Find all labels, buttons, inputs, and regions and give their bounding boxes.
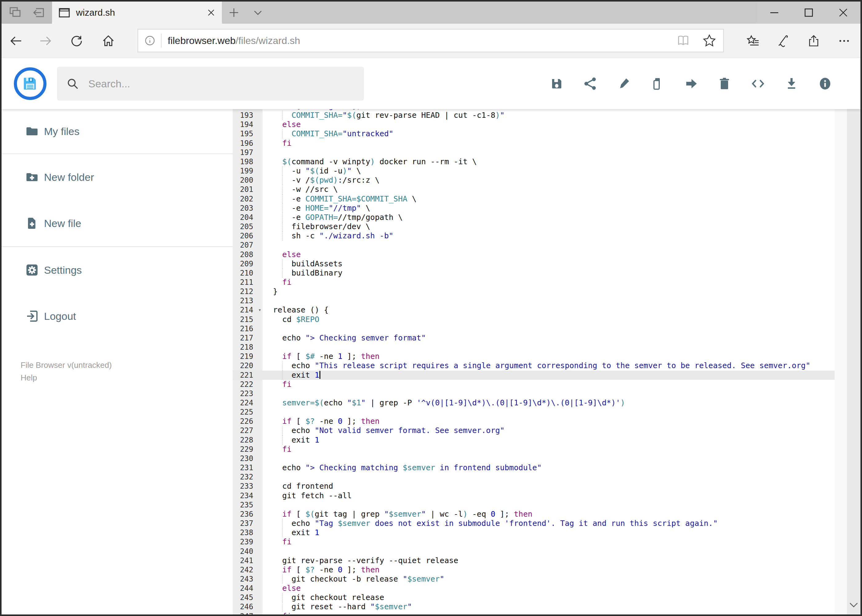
filebrowser-logo[interactable] — [14, 68, 46, 100]
fold-arrow-icon[interactable]: ▾ — [258, 305, 261, 314]
code-line[interactable]: git fetch --all — [263, 491, 835, 500]
help-link[interactable]: Help — [20, 371, 233, 384]
code-line[interactable]: -e COMMIT_SHA=$COMMIT_SHA \ — [263, 194, 835, 204]
code-line[interactable]: fi — [263, 537, 835, 547]
save-button[interactable] — [550, 77, 564, 91]
code-line[interactable]: } — [263, 287, 835, 296]
code-line[interactable]: COMMIT_SHA="$(git rev-parse HEAD | cut -… — [263, 111, 835, 120]
copy-button[interactable] — [650, 77, 664, 91]
scroll-down-icon[interactable] — [847, 597, 860, 613]
code-line[interactable]: buildBinary — [263, 269, 835, 278]
code-line[interactable]: if [ $? -ne 0 ]; then — [263, 417, 835, 426]
code-line[interactable]: -e GOPATH=//tmp/gopath \ — [263, 213, 835, 222]
code-line[interactable] — [263, 343, 835, 352]
close-button[interactable] — [826, 2, 860, 24]
code-line[interactable]: semver=$(echo "$1" | grep -P '^v(0|[1-9]… — [263, 398, 835, 407]
maximize-button[interactable] — [791, 2, 826, 24]
search-box[interactable] — [57, 67, 364, 101]
reading-view-icon[interactable] — [676, 34, 690, 47]
delete-button[interactable] — [717, 77, 731, 91]
info-button[interactable] — [818, 77, 832, 91]
editor-scrollbar-track[interactable] — [835, 109, 847, 614]
code-line[interactable] — [263, 296, 835, 305]
tab-close-icon[interactable] — [206, 8, 216, 17]
sidebar-item-new-file[interactable]: New file — [2, 200, 233, 246]
forward-button[interactable] — [39, 34, 53, 48]
add-favorite-star-icon[interactable] — [702, 33, 717, 48]
web-notes-pen-button[interactable] — [777, 34, 790, 48]
code-line[interactable]: exit 1 — [263, 435, 835, 445]
tab-list-dropdown[interactable] — [246, 2, 270, 24]
code-line[interactable]: cd frontend — [263, 482, 835, 491]
code-line[interactable]: git reset --hard "$semver" — [263, 602, 835, 611]
minimize-button[interactable] — [757, 2, 791, 24]
code-line[interactable]: buildAssets — [263, 259, 835, 269]
filebrowser-header — [2, 58, 860, 109]
code-line[interactable]: cd $REPO — [263, 315, 835, 324]
code-line[interactable] — [263, 407, 835, 417]
code-line[interactable]: if [ $# -ne 1 ]; then — [263, 352, 835, 361]
code-line[interactable]: fi — [263, 278, 835, 287]
code-line[interactable] — [263, 454, 835, 463]
share-button[interactable] — [583, 77, 597, 91]
code-line[interactable]: echo "Tag $semver does not exist in subm… — [263, 519, 835, 528]
code-line[interactable]: if [ $? -ne 0 ]; then — [263, 565, 835, 575]
code-line[interactable] — [263, 324, 835, 333]
move-button[interactable] — [684, 77, 698, 91]
code-line[interactable]: else — [263, 584, 835, 593]
code-line[interactable]: COMMIT_SHA="untracked" — [263, 129, 835, 138]
code-line[interactable]: git checkout -b release "$semver" — [263, 575, 835, 584]
address-bar[interactable]: filebrowser.web/files/wizard.sh — [137, 29, 724, 52]
code-line[interactable] — [263, 148, 835, 157]
back-button[interactable] — [9, 34, 22, 48]
code-line[interactable]: fi — [263, 445, 835, 454]
code-line[interactable]: git checkout release — [263, 593, 835, 602]
code-view-button[interactable] — [751, 77, 765, 91]
code-line[interactable]: fi — [263, 380, 835, 389]
code-line[interactable]: echo "> Checking semver format" — [263, 333, 835, 343]
edit-button[interactable] — [617, 77, 631, 91]
code-line[interactable]: $(command -v winpty) docker run --rm -it… — [263, 157, 835, 167]
code-line[interactable]: else — [263, 250, 835, 259]
search-input[interactable] — [88, 77, 355, 90]
more-options-button[interactable] — [837, 34, 851, 48]
code-line[interactable]: -v /$(pwd):/src:z \ — [263, 176, 835, 185]
tab-preview-button[interactable] — [7, 5, 23, 20]
code-line[interactable]: echo "Not valid semver format. See semve… — [263, 426, 835, 435]
code-line[interactable]: sh -c "./wizard.sh -b" — [263, 231, 835, 240]
favorites-hub-button[interactable] — [746, 34, 760, 48]
code-editor[interactable]: 192 if [ -d ".git" ]; then193 COMMIT_SHA… — [233, 109, 835, 614]
code-line[interactable] — [263, 389, 835, 398]
refresh-button[interactable] — [70, 34, 84, 48]
code-line[interactable] — [263, 240, 835, 250]
code-line[interactable]: filebrowser/dev \ — [263, 222, 835, 231]
browser-tab-wizard-sh[interactable]: wizard.sh — [52, 2, 222, 24]
code-line[interactable]: release () { — [263, 305, 835, 314]
download-button[interactable] — [785, 77, 799, 91]
new-tab-button[interactable] — [222, 2, 246, 24]
sidebar-item-new-folder[interactable]: New folder — [2, 154, 233, 200]
code-line[interactable]: fi — [263, 139, 835, 148]
code-line[interactable]: if [ $(git tag | grep "$semver" | wc -l)… — [263, 509, 835, 519]
code-line[interactable]: echo "> Checking matching $semver in fro… — [263, 463, 835, 472]
code-line[interactable]: git rev-parse --verify --quiet release — [263, 556, 835, 565]
code-line[interactable] — [263, 547, 835, 556]
code-line[interactable]: -w //src \ — [263, 185, 835, 194]
share-page-button[interactable] — [807, 34, 821, 48]
code-line[interactable] — [263, 472, 835, 482]
sidebar-item-my-files[interactable]: My files — [2, 109, 233, 154]
set-aside-tabs-button[interactable] — [30, 5, 46, 20]
site-info-icon[interactable] — [144, 35, 156, 47]
code-line[interactable]: exit 1 — [263, 528, 835, 537]
code-line[interactable]: else — [263, 120, 835, 129]
page-scrollbar[interactable] — [847, 58, 860, 614]
code-line[interactable]: exit 1 — [263, 371, 835, 380]
code-line[interactable] — [263, 500, 835, 509]
sidebar-item-logout[interactable]: Logout — [2, 293, 233, 339]
home-button[interactable] — [102, 34, 115, 48]
code-line[interactable]: fi — [263, 612, 835, 614]
code-line[interactable]: -e HOME="//tmp" \ — [263, 204, 835, 213]
code-line[interactable]: echo "This release script requires a sin… — [263, 361, 835, 370]
sidebar-item-settings[interactable]: Settings — [2, 247, 233, 293]
code-line[interactable]: -u "$(id -u)" \ — [263, 167, 835, 176]
